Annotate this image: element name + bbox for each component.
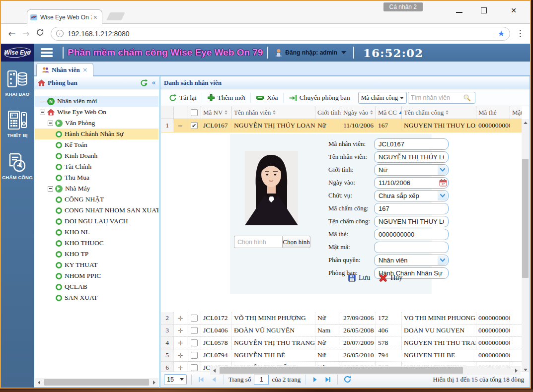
cell-ma-nv[interactable]: JCL0406 xyxy=(201,325,232,336)
ten-cham-cong-input[interactable] xyxy=(374,216,449,227)
tree-item-label[interactable]: Thu Mua xyxy=(65,174,89,182)
tree-expander-icon[interactable] xyxy=(40,110,45,115)
column-select-all[interactable] xyxy=(187,106,201,119)
cell-ma-nv[interactable]: JCL0794 xyxy=(201,349,232,361)
new-tab-button[interactable] xyxy=(106,12,125,20)
column-header-ten-cham-cong[interactable]: Tên chấm công xyxy=(402,106,476,119)
page-size-select[interactable]: 15 xyxy=(164,374,187,385)
cell-gioi-tinh[interactable]: Nữ xyxy=(315,349,341,361)
forward-icon[interactable]: → xyxy=(19,28,33,39)
scroll-up-icon[interactable] xyxy=(522,119,529,127)
collapse-panel-icon[interactable]: « xyxy=(152,78,156,87)
ma-the-input[interactable] xyxy=(374,229,449,240)
cell-ten-cham-cong[interactable]: NGUYEN THI THUY LOAN xyxy=(402,119,476,132)
cell-mat-ma[interactable] xyxy=(510,119,522,132)
tree-item-label[interactable]: Văn Phòng xyxy=(65,119,95,127)
save-label[interactable]: Lưu xyxy=(359,274,370,282)
column-header-ten-nhan-vien[interactable]: Tên nhân viên xyxy=(232,106,315,119)
cell-ma-cc[interactable]: 578 xyxy=(376,337,402,349)
row-checkbox[interactable] xyxy=(191,352,198,359)
sidebar-item-cham-cong[interactable]: CHẤM CÔNG xyxy=(1,138,34,180)
cell-mat-ma[interactable] xyxy=(510,312,522,324)
cell-gioi-tinh[interactable]: Nữ xyxy=(315,312,341,324)
tree-item-label[interactable]: DOI NGU LAU VACH xyxy=(65,217,128,225)
cancel-label[interactable]: Hủy xyxy=(390,274,402,282)
tree-item-label[interactable]: QCLAB xyxy=(65,283,87,291)
cell-checkbox[interactable]: ✔ xyxy=(187,119,201,132)
tab-close-icon[interactable]: × xyxy=(92,13,99,21)
login-menu[interactable]: Đăng nhập: admin xyxy=(275,49,346,57)
select-chevron-icon[interactable] xyxy=(438,165,448,175)
cell-checkbox[interactable] xyxy=(187,325,201,336)
tree-item-label[interactable]: NHOM PPIC xyxy=(65,272,101,280)
cell-gioi-tinh[interactable]: Nữ xyxy=(315,119,341,132)
add-new-button[interactable]: Thêm mới xyxy=(203,94,249,102)
tree-item-cong-nhat[interactable]: CÔNG NHẬT xyxy=(35,194,158,205)
browser-menu-icon[interactable] xyxy=(515,30,525,37)
select-all-checkbox[interactable] xyxy=(191,109,198,116)
row-expand-toggle[interactable]: ✛ xyxy=(174,349,187,361)
tree-item-cong-nhat-nhom-san-xuat[interactable]: CONG NHAT NHOM SAN XUAT xyxy=(35,205,158,216)
column-header-ma-cc[interactable]: Mã CC xyxy=(376,106,402,119)
tree-item-label[interactable]: KHO THUOC xyxy=(65,239,104,247)
reload-button[interactable]: Tải lại xyxy=(165,94,201,102)
minimize-button[interactable] xyxy=(452,4,466,17)
cell-ma-the[interactable]: 0000000000 xyxy=(476,312,510,324)
maximize-button[interactable] xyxy=(476,4,491,17)
delete-button[interactable]: Xóa xyxy=(252,94,282,102)
tree-item-doi-ngu-lau-vach[interactable]: DOI NGU LAU VACH xyxy=(35,216,158,227)
tree-item-kinh-doanh[interactable]: Kinh Doanh xyxy=(35,150,158,161)
tree-item-label[interactable]: CÔNG NHẬT xyxy=(65,196,104,203)
menu-hamburger-icon[interactable] xyxy=(41,48,53,57)
choose-image-input[interactable] xyxy=(234,236,282,248)
tree-item-kho-thuoc[interactable]: KHO THUOC xyxy=(35,238,158,249)
tree-item-tai-chinh[interactable]: Tài Chính xyxy=(35,161,158,172)
tree-item-label[interactable]: Wise Eye Web On xyxy=(57,108,106,116)
add-new-label[interactable]: Thêm mới xyxy=(218,94,245,102)
cell-ma-cc[interactable]: 406 xyxy=(376,325,402,336)
tree-item-nhom-ppic[interactable]: NHOM PPIC xyxy=(35,270,158,281)
scroll-right-icon[interactable] xyxy=(150,378,158,387)
ngay-vao-input[interactable] xyxy=(374,177,449,189)
sidebar-item-khai-bao[interactable]: KHAI BÁO xyxy=(1,62,34,97)
sidebar-label[interactable]: KHAI BÁO xyxy=(5,91,30,97)
cell-checkbox[interactable] xyxy=(187,349,201,361)
cell-mat-ma[interactable] xyxy=(510,337,522,349)
calendar-icon[interactable]: 17 xyxy=(439,179,447,189)
cell-ma-cc[interactable]: 172 xyxy=(376,312,402,324)
next-page-button[interactable] xyxy=(310,375,320,385)
tree-item-label[interactable]: Kế Toán xyxy=(65,141,87,149)
ma-nhan-vien-input[interactable] xyxy=(374,138,449,150)
cell-ngay-vao[interactable]: 27/09/2006 xyxy=(341,312,376,324)
row-checkbox[interactable] xyxy=(191,327,198,334)
cell-gioi-tinh[interactable]: Nữ xyxy=(315,337,341,349)
scroll-right-icon[interactable] xyxy=(512,366,521,375)
employee-row[interactable]: 5 ✛ JCL0794 NGUYỄN THỊ BÉ Nữ 26/05/2010 … xyxy=(161,349,522,362)
choose-image-button[interactable]: Chọn hình xyxy=(282,236,310,248)
cell-ten-cham-cong[interactable]: NGUYEN THI BE xyxy=(402,349,476,361)
refresh-grid-button[interactable] xyxy=(342,375,352,385)
tree-item-label[interactable]: KHO TP xyxy=(65,250,88,258)
page-size-value[interactable]: 15 xyxy=(167,376,174,383)
cell-ngay-vao[interactable]: 20/07/2009 xyxy=(341,337,376,349)
tree-item-ke-toan[interactable]: Kế Toán xyxy=(35,139,158,150)
scroll-left-icon[interactable] xyxy=(35,378,43,387)
table-horizontal-scrollbar[interactable] xyxy=(210,366,521,375)
cell-ma-the[interactable]: 0000000000 xyxy=(476,119,510,132)
cell-ngay-vao[interactable]: 26/05/2010 xyxy=(341,349,376,361)
move-department-button[interactable]: Chuyển phòng ban xyxy=(285,94,354,102)
cell-ten-nhan-vien[interactable]: NGUYỄN THỊ BÉ xyxy=(232,349,315,361)
cell-checkbox[interactable] xyxy=(187,312,201,324)
previous-page-button[interactable] xyxy=(209,375,219,385)
employee-row-selected[interactable]: 1 − ✔ JCL0167 NGUYỄN THỊ THÚY LOAN Nữ 11… xyxy=(161,119,522,132)
cell-ten-cham-cong[interactable]: VO THI MINH PHUONG xyxy=(402,312,476,324)
tree-item-label[interactable]: Nhà Máy xyxy=(65,185,90,193)
tree-item-hanh-chanh-nhan-su[interactable]: Hành Chánh Nhân Sự xyxy=(35,129,158,139)
row-checkbox[interactable] xyxy=(191,315,198,322)
scroll-thumb[interactable] xyxy=(220,367,463,374)
tree-item-label[interactable]: Hành Chánh Nhân Sự xyxy=(65,130,124,138)
tree-item-label[interactable]: SAN XUAT xyxy=(65,294,97,302)
row-expand-toggle[interactable]: ✛ xyxy=(174,337,187,349)
ma-cham-cong-input[interactable] xyxy=(374,203,449,214)
close-button[interactable]: ✕ xyxy=(506,4,521,17)
